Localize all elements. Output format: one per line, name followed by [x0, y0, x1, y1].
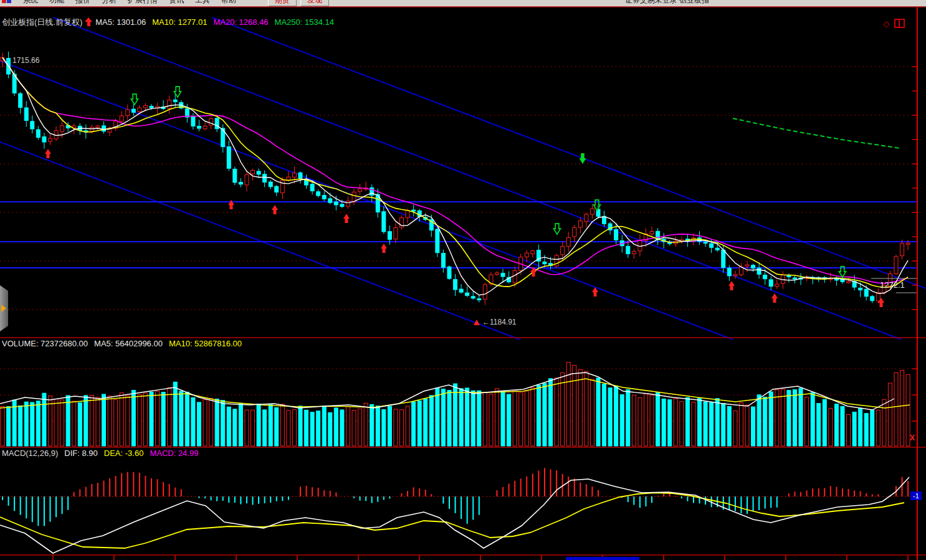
buy-signal-arrow	[728, 281, 735, 290]
buy-signal-arrow	[771, 293, 778, 303]
trading-terminal: { "menu": { "items": ["系统", "功能", "报价", …	[0, 0, 926, 560]
candlesticks	[1, 52, 910, 305]
high-price-label: 1715.66	[12, 56, 39, 65]
buy-signal-arrow	[530, 267, 537, 277]
sidebar-expand-handle[interactable]	[0, 285, 8, 331]
volume-ma10-value: MA10: 52867816.00	[169, 339, 242, 348]
buy-signal-arrow	[45, 149, 51, 158]
macd-histogram	[2, 468, 908, 526]
ma-lines	[2, 57, 908, 295]
chart-corner-controls: ◇	[883, 19, 905, 28]
ma250-value: MA250: 1534.14	[275, 17, 334, 27]
ma20-value: MA20: 1268.46	[213, 17, 268, 27]
main-chart-header: 创业板指(日线.前复权)MA5: 1301.06MA10: 1277.01MA2…	[2, 17, 334, 28]
dea-value: DEA: -3.60	[104, 448, 144, 458]
buy-signal-arrow	[272, 205, 278, 214]
close-pane-icon[interactable]: X	[910, 434, 915, 442]
ma10-value: MA10: 1277.01	[152, 17, 207, 27]
ma250-line	[733, 118, 900, 148]
timeline-scroll-thumb[interactable]	[566, 557, 639, 560]
diamond-icon[interactable]: ◇	[883, 20, 890, 27]
buy-signal-arrow	[381, 244, 387, 253]
buy-signal-arrow	[343, 214, 350, 223]
chart-canvas[interactable]	[0, 0, 926, 560]
up-arrow-icon	[85, 17, 93, 26]
volume-bars	[1, 362, 910, 446]
sell-signal-arrow	[554, 224, 561, 234]
expand-arrow-icon	[1, 305, 6, 312]
volume-header: VOLUME: 72372680.00MA5: 56402996.00MA10:…	[2, 339, 242, 348]
macd-header: MACD(12,26,9)DIF: 8.90DEA: -3.60MACD: 24…	[2, 448, 198, 458]
low-price-label: ←1184.91	[482, 318, 517, 326]
annotations	[474, 278, 917, 325]
sell-signal-arrow	[580, 153, 586, 164]
sell-signal-arrow	[131, 94, 138, 105]
macd-value: MACD: 24.99	[150, 448, 198, 458]
split-pane-icon[interactable]	[894, 19, 905, 28]
symbol-title: 创业板指(日线.前复权)	[2, 17, 82, 27]
ma5-value: MA5: 1301.06	[95, 17, 146, 27]
dif-value: DIF: 8.90	[64, 448, 97, 458]
last-price-label: 1272.1	[880, 280, 905, 290]
volume-ma5-value: MA5: 56402996.00	[94, 339, 163, 348]
macd-axis-badge: -1	[910, 491, 922, 500]
macd-params: MACD(12,26,9)	[2, 448, 58, 458]
volume-value: VOLUME: 72372680.00	[2, 339, 88, 348]
macd-lines	[0, 477, 909, 553]
